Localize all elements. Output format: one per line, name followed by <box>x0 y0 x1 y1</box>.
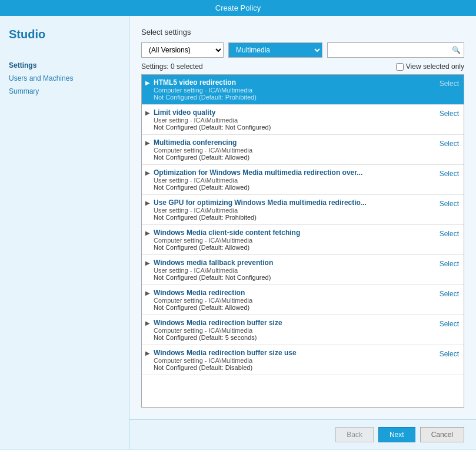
setting-item[interactable]: ▶ Windows Media redirection buffer size … <box>142 315 464 345</box>
setting-type: Computer setting - ICA\Multimedia <box>154 357 434 364</box>
select-link[interactable]: Select <box>440 78 459 88</box>
setting-info: HTML5 video redirection Computer setting… <box>154 78 434 101</box>
status-row: Settings: 0 selected View selected only <box>141 62 464 71</box>
section-title: Select settings <box>141 28 464 37</box>
setting-status: Not Configured (Default: Allowed) <box>154 304 434 311</box>
setting-status: Not Configured (Default: 5 seconds) <box>154 334 434 341</box>
next-button[interactable]: Next <box>378 427 415 442</box>
title-bar: Create Policy <box>0 0 476 16</box>
setting-name: Use GPU for optimizing Windows Media mul… <box>154 198 434 207</box>
setting-info: Limit video quality User setting - ICA\M… <box>154 108 434 131</box>
window-title: Create Policy <box>215 4 261 12</box>
expand-arrow-icon: ▶ <box>145 230 150 236</box>
setting-info: Windows Media redirection buffer size Co… <box>154 319 434 341</box>
expand-arrow-icon: ▶ <box>145 110 150 116</box>
setting-type: Computer setting - ICA\Multimedia <box>154 237 434 244</box>
expand-arrow-icon: ▶ <box>145 290 150 296</box>
search-input[interactable] <box>327 42 464 58</box>
view-selected-label[interactable]: View selected only <box>396 62 464 71</box>
sidebar-item-settings[interactable]: Settings <box>9 59 120 72</box>
setting-type: Computer setting - ICA\Multimedia <box>154 87 434 94</box>
select-link[interactable]: Select <box>440 289 459 298</box>
expand-arrow-icon: ▶ <box>145 140 150 146</box>
expand-arrow-icon: ▶ <box>145 170 150 176</box>
setting-item[interactable]: ▶ Windows Media client-side content fetc… <box>142 225 464 255</box>
setting-type: User setting - ICA\Multimedia <box>154 207 434 214</box>
expand-arrow-icon: ▶ <box>145 200 150 206</box>
setting-item[interactable]: ▶ Use GPU for optimizing Windows Media m… <box>142 195 464 225</box>
content-area: Select settings (All Versions) Multimedi… <box>129 16 476 419</box>
setting-type: Computer setting - ICA\Multimedia <box>154 297 434 304</box>
setting-name: Limit video quality <box>154 108 434 117</box>
select-link[interactable]: Select <box>440 168 459 178</box>
setting-item[interactable]: ▶ HTML5 video redirection Computer setti… <box>142 75 464 105</box>
setting-status: Not Configured (Default: Not Configured) <box>154 274 434 281</box>
setting-item[interactable]: ▶ Windows Media redirection buffer size … <box>142 345 464 375</box>
expand-arrow-icon: ▶ <box>145 320 150 326</box>
category-filter[interactable]: Multimedia <box>228 42 322 58</box>
setting-name: HTML5 video redirection <box>154 78 434 87</box>
cancel-button[interactable]: Cancel <box>420 427 464 442</box>
setting-item[interactable]: ▶ Windows Media redirection Computer set… <box>142 285 464 315</box>
setting-status: Not Configured (Default: Prohibited) <box>154 214 434 221</box>
footer-buttons: Back Next Cancel <box>129 419 476 449</box>
setting-name: Optimization for Windows Media multimedi… <box>154 168 434 177</box>
filter-row: (All Versions) Multimedia 🔍 <box>141 42 464 58</box>
status-text: Settings: 0 selected <box>141 62 203 71</box>
select-link[interactable]: Select <box>440 229 459 238</box>
sidebar-item-users-machines[interactable]: Users and Machines <box>9 72 120 85</box>
select-link[interactable]: Select <box>440 198 459 208</box>
version-filter[interactable]: (All Versions) <box>141 42 224 58</box>
setting-name: Windows Media redirection <box>154 289 434 297</box>
setting-item[interactable]: ▶ Optimization for Windows Media multime… <box>142 165 464 195</box>
setting-name: Windows Media redirection buffer size us… <box>154 349 434 357</box>
sidebar-item-summary[interactable]: Summary <box>9 85 120 98</box>
setting-item[interactable]: ▶ Limit video quality User setting - ICA… <box>142 105 464 135</box>
setting-status: Not Configured (Default: Allowed) <box>154 154 434 161</box>
setting-name: Multimedia conferencing <box>154 138 434 147</box>
search-box: 🔍 <box>327 42 464 58</box>
search-icon: 🔍 <box>452 46 461 54</box>
select-link[interactable]: Select <box>440 138 459 148</box>
setting-name: Windows Media redirection buffer size <box>154 319 434 327</box>
setting-info: Windows Media redirection Computer setti… <box>154 289 434 311</box>
expand-arrow-icon: ▶ <box>145 350 150 356</box>
setting-info: Optimization for Windows Media multimedi… <box>154 168 434 191</box>
setting-type: Computer setting - ICA\Multimedia <box>154 147 434 154</box>
setting-info: Windows Media redirection buffer size us… <box>154 349 434 371</box>
view-selected-checkbox[interactable] <box>396 63 404 71</box>
expand-arrow-icon: ▶ <box>145 80 150 86</box>
back-button[interactable]: Back <box>335 427 374 442</box>
setting-type: User setting - ICA\Multimedia <box>154 267 434 274</box>
select-link[interactable]: Select <box>440 259 459 268</box>
setting-type: Computer setting - ICA\Multimedia <box>154 327 434 334</box>
setting-info: Windows Media client-side content fetchi… <box>154 229 434 251</box>
select-link[interactable]: Select <box>440 349 459 358</box>
setting-status: Not Configured (Default: Prohibited) <box>154 94 434 101</box>
setting-status: Not Configured (Default: Allowed) <box>154 244 434 251</box>
setting-status: Not Configured (Default: Not Configured) <box>154 124 434 131</box>
settings-list: ▶ HTML5 video redirection Computer setti… <box>141 74 464 408</box>
setting-info: Use GPU for optimizing Windows Media mul… <box>154 198 434 221</box>
setting-type: User setting - ICA\Multimedia <box>154 117 434 124</box>
setting-type: User setting - ICA\Multimedia <box>154 177 434 184</box>
setting-name: Windows media fallback prevention <box>154 259 434 267</box>
setting-item[interactable]: ▶ Windows media fallback prevention User… <box>142 255 464 285</box>
setting-info: Multimedia conferencing Computer setting… <box>154 138 434 161</box>
sidebar: Studio Settings Users and Machines Summa… <box>0 16 129 449</box>
setting-info: Windows media fallback prevention User s… <box>154 259 434 281</box>
sidebar-nav: Settings Users and Machines Summary <box>9 59 120 98</box>
app-name: Studio <box>9 28 120 41</box>
setting-status: Not Configured (Default: Allowed) <box>154 184 434 191</box>
setting-item[interactable]: ▶ Multimedia conferencing Computer setti… <box>142 135 464 165</box>
setting-status: Not Configured (Default: Disabled) <box>154 364 434 371</box>
select-link[interactable]: Select <box>440 319 459 328</box>
select-link[interactable]: Select <box>440 108 459 118</box>
expand-arrow-icon: ▶ <box>145 260 150 266</box>
setting-name: Windows Media client-side content fetchi… <box>154 229 434 237</box>
